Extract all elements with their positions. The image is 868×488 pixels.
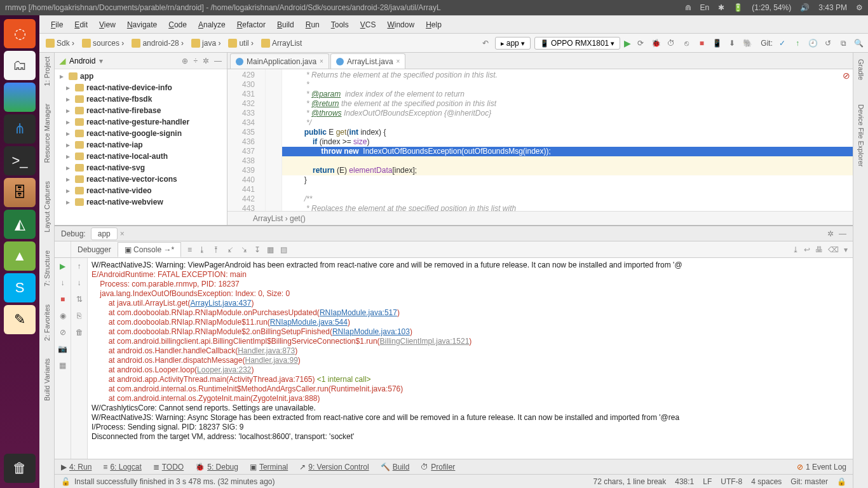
lock-icon[interactable]: 🔓 xyxy=(61,477,71,486)
tree-item[interactable]: ▸react-native-google-signin xyxy=(55,128,227,139)
breadcrumb-util[interactable]: util › xyxy=(226,37,256,49)
tool-layout-captures[interactable]: Layout Captures xyxy=(43,179,51,235)
tool-7-structure[interactable]: 7: Structure xyxy=(43,248,51,289)
breadcrumb-android-28[interactable]: android-28 › xyxy=(129,37,186,49)
layout-icon[interactable]: ▦ xyxy=(59,361,66,370)
launcher-chrome-icon[interactable] xyxy=(4,83,36,112)
run-to-cursor-icon[interactable]: ↧ xyxy=(254,245,261,254)
eval-icon[interactable]: ▦ xyxy=(267,245,274,254)
down-stack-icon[interactable]: ↓ xyxy=(78,278,81,287)
proj-hide-icon[interactable]: — xyxy=(214,57,222,65)
breadcrumb-sdk[interactable]: Sdk › xyxy=(43,37,77,49)
run-button-icon[interactable]: ▶ xyxy=(624,38,631,48)
editor-tab[interactable]: ArrayList.java× xyxy=(330,53,406,69)
launcher-vscode-icon[interactable]: ⋔ xyxy=(4,114,36,144)
wifi-icon[interactable]: ⋒ xyxy=(685,3,691,12)
bottom-todo[interactable]: ≣TODO xyxy=(153,463,184,471)
bottom-profiler[interactable]: ⏱Profiler xyxy=(421,463,455,471)
gear-icon[interactable]: ⚙ xyxy=(856,3,863,12)
tool-2-favorites[interactable]: 2: Favorites xyxy=(43,302,51,343)
sdk-icon[interactable]: ⬇ xyxy=(726,37,738,49)
view-breakpoints-icon[interactable]: ◉ xyxy=(60,311,66,320)
tree-item[interactable]: ▸react-native-device-info xyxy=(55,82,227,93)
launcher-terminal-icon[interactable]: >_ xyxy=(4,146,36,175)
proj-select-icon[interactable]: ⊕ xyxy=(182,57,188,65)
bottom-5-debug[interactable]: 🐞5: Debug xyxy=(195,463,238,471)
filter-icon[interactable]: ▾ xyxy=(844,245,848,254)
battery-icon[interactable]: 🔋 xyxy=(733,3,743,12)
debug-icon[interactable]: 🐞 xyxy=(650,37,661,49)
console-output[interactable]: W/ReactNativeJS: Warning: ViewPagerAndro… xyxy=(88,258,853,459)
step-into-my-icon[interactable]: ⭹ xyxy=(226,245,234,254)
resume-icon[interactable]: ▶ xyxy=(60,262,65,271)
tree-item[interactable]: ▸react-native-vector-icons xyxy=(55,173,227,185)
debug-settings-icon[interactable]: ✲ xyxy=(827,229,834,238)
vcs-update-icon[interactable]: ✓ xyxy=(776,37,788,49)
menu-help[interactable]: Help xyxy=(421,18,447,32)
menu-window[interactable]: Window xyxy=(382,18,419,32)
step-into-icon[interactable]: ⭳ xyxy=(198,245,206,254)
tool-gradle[interactable]: Gradle xyxy=(857,57,865,83)
bottom-build[interactable]: 🔨Build xyxy=(381,463,410,471)
breadcrumb-java[interactable]: java › xyxy=(189,37,223,49)
bottom-terminal[interactable]: ▣Terminal xyxy=(250,463,288,471)
breadcrumb-arraylist[interactable]: ArrayList xyxy=(259,37,304,49)
tool-device-file-explorer[interactable]: Device File Explorer xyxy=(857,102,865,169)
clear-icon[interactable]: ⌫ xyxy=(828,245,839,254)
tree-item[interactable]: ▸react-native-gesture-handler xyxy=(55,116,227,128)
tree-item[interactable]: ▸react-native-webview xyxy=(55,196,227,208)
debug-close-icon[interactable]: × xyxy=(118,229,125,238)
camera-icon[interactable]: 📷 xyxy=(58,344,67,353)
debug-config-tab[interactable]: app xyxy=(91,227,118,240)
menu-run[interactable]: Run xyxy=(301,18,325,32)
status-segment[interactable]: LF xyxy=(703,477,712,486)
bottom-4-run[interactable]: ▶4: Run xyxy=(61,463,92,471)
up-stack-icon[interactable]: ↑ xyxy=(78,262,81,271)
tree-item[interactable]: ▸react-native-firebase xyxy=(55,105,227,116)
apply-changes-icon[interactable]: ⟳ xyxy=(635,37,646,49)
close-tab-icon[interactable]: × xyxy=(320,58,323,65)
error-stripe-icon[interactable]: ⊘ xyxy=(843,71,850,81)
tool-resource-manager[interactable]: Resource Manager xyxy=(43,101,51,166)
force-step-icon[interactable]: ⭸ xyxy=(240,245,248,254)
tree-item[interactable]: ▸react-native-iap xyxy=(55,139,227,151)
step-over-icon[interactable]: ≡ xyxy=(187,245,192,254)
vcs-history-icon[interactable]: 🕘 xyxy=(807,37,818,49)
tree-item[interactable]: ▸app xyxy=(55,71,227,82)
padlock-icon[interactable]: 🔒 xyxy=(837,477,846,486)
launcher-notes-icon[interactable]: ✎ xyxy=(4,305,36,334)
lang-indicator[interactable]: En xyxy=(700,3,710,12)
proj-collapse-icon[interactable]: ÷ xyxy=(193,57,198,65)
breadcrumb-sources[interactable]: sources › xyxy=(79,37,126,49)
status-segment[interactable]: 4 spaces xyxy=(751,477,782,486)
avd-icon[interactable]: 📱 xyxy=(711,37,722,49)
launcher-dash-icon[interactable]: ◌ xyxy=(4,19,36,48)
split-icon[interactable]: ⧉ xyxy=(837,37,849,49)
scroll-end-icon[interactable]: ⤓ xyxy=(792,245,799,254)
editor-tab[interactable]: MainApplication.java× xyxy=(230,53,329,69)
device-selector[interactable]: 📱 OPPO RMX1801 ▾ xyxy=(534,37,621,50)
menu-navigate[interactable]: Navigate xyxy=(122,18,162,32)
pause-icon[interactable]: ↓ xyxy=(61,278,65,287)
profile-icon[interactable]: ⏱ xyxy=(665,37,677,49)
code-editor[interactable]: 4294304314324334344354364374384394404414… xyxy=(227,69,853,211)
project-view-selector[interactable]: Android xyxy=(69,57,95,65)
filter2-icon[interactable]: ⇅ xyxy=(76,295,83,304)
search-icon[interactable]: 🔍 xyxy=(853,37,864,49)
trace-icon[interactable]: ▤ xyxy=(280,245,287,254)
launcher-files-icon[interactable]: 🗂 xyxy=(4,51,36,80)
console-tab[interactable]: ▣ Console →* xyxy=(118,242,181,257)
menu-refactor[interactable]: Refactor xyxy=(232,18,271,32)
step-out-icon[interactable]: ⭱ xyxy=(212,245,220,254)
stop-icon[interactable]: ■ xyxy=(696,37,707,49)
export-icon[interactable]: ⎘ xyxy=(77,311,81,320)
tool-1-project[interactable]: 1: Project xyxy=(43,54,51,88)
debug-hide-icon[interactable]: — xyxy=(839,229,846,238)
project-tree[interactable]: ▸app▸react-native-device-info▸react-nati… xyxy=(55,69,227,225)
stop-debug-icon[interactable]: ■ xyxy=(60,295,65,304)
bottom-6-logcat[interactable]: ≡6: Logcat xyxy=(103,463,141,471)
tree-item[interactable]: ▸react-native-fbsdk xyxy=(55,93,227,105)
bluetooth-icon[interactable]: ✱ xyxy=(718,3,724,12)
menu-vcs[interactable]: VCS xyxy=(355,18,381,32)
tool-build-variants[interactable]: Build Variants xyxy=(43,356,51,403)
